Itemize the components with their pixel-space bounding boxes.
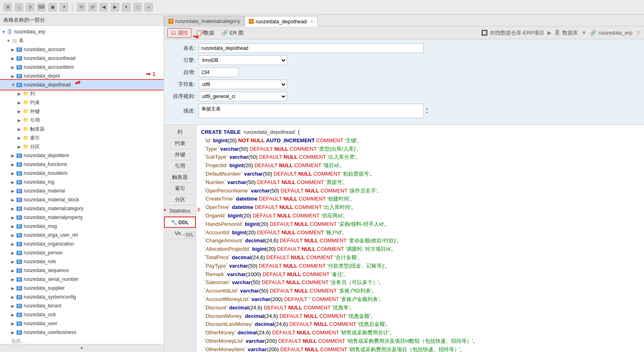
tree-label-functions: ruozedata_functions [24, 162, 67, 167]
annotation-3: ➡ [164, 207, 166, 213]
table-icon-functions: 田 [16, 162, 23, 167]
tree-item-userbusiness[interactable]: ▶ 田 ruozedata_userbusiness [0, 328, 164, 337]
tree-item-msg[interactable]: ▶ 田 ruozedata_msg [0, 222, 164, 231]
tree-item-depotitem[interactable]: ▶ 田 ruozedata_depotitem [0, 151, 164, 160]
side-nav-refs[interactable]: 引用 [164, 160, 196, 172]
tree-item-material[interactable]: ▶ 田 ruozedata_material [0, 186, 164, 195]
arrow-user: ▶ [11, 321, 16, 326]
scroll-down-arrow[interactable]: ▼ [425, 111, 429, 115]
table-icon-unit: 田 [16, 312, 23, 317]
arrow-material-stock: ▶ [11, 198, 16, 202]
tree-item-functions[interactable]: ▶ 田 ruozedata_functions [0, 160, 164, 169]
arrow-accountitem: ▶ [11, 65, 16, 70]
prop-select-charset[interactable]: utf8 [199, 80, 287, 89]
toolbar-icon-7[interactable]: ⟳ [77, 3, 86, 12]
prop-input-table[interactable] [199, 43, 424, 53]
folder-icon-fkeys: 📁 [23, 108, 29, 114]
tables-icon: ▤ [11, 38, 18, 43]
tree-item-serial-number[interactable]: ▶ 田 ruozedata_serial_number [0, 275, 164, 284]
toolbar-icon-9[interactable]: ◀ [99, 3, 108, 12]
tree-item-supplier[interactable]: ▶ 田 ruozedata_supplier [0, 284, 164, 293]
tree-item-depothead[interactable]: ▼ 田 ruozedata_depothead [0, 80, 164, 89]
sidebar-scroll-down[interactable]: ▼ [0, 344, 164, 352]
tree-item-erp[interactable]: ▼ 🗄 ruozedata_erp [0, 27, 164, 36]
tree-item-partitions[interactable]: ▶ 📁 分区 [0, 142, 164, 151]
tree-item-inoutitem[interactable]: ▶ 田 ruozedata_inoutitem [0, 169, 164, 178]
toolbar-icon-11[interactable]: ▾ [122, 3, 131, 12]
tree-item-material-stock[interactable]: ▶ 田 ruozedata_material_stock [0, 195, 164, 204]
tree-item-unit[interactable]: ▶ 田 ruozedata_unit [0, 310, 164, 319]
tree-item-accounthead[interactable]: ▶ 田 ruozedata_accounthead [0, 54, 164, 63]
tree-item-user[interactable]: ▶ 田 ruozedata_user [0, 319, 164, 328]
side-nav-fkeys[interactable]: 外键 [164, 149, 196, 160]
side-nav-statistics[interactable]: Statistics ➡ 3 [164, 205, 196, 217]
arrow-triggers: ▶ [18, 127, 23, 131]
tree-item-materialcategory[interactable]: ▶ 田 ruozedata_materialcategory [0, 204, 164, 213]
scroll-up-arrow[interactable]: ▲ [425, 107, 429, 111]
tree-item-log[interactable]: ▶ 田 ruozedata_log [0, 178, 164, 186]
arrow-material: ▶ [11, 189, 16, 193]
toolbar-icon-2[interactable]: ☺ [14, 3, 23, 12]
arrow-sequence: ▶ [11, 268, 16, 273]
prop-textarea-desc[interactable]: 单据主表 [199, 104, 424, 118]
tree-item-tables[interactable]: ▼ ▤ 表 [0, 36, 164, 45]
tab-bar: 田 ruozedata_materialcategory 田 ruozedata… [164, 14, 644, 27]
tree-item-indexes[interactable]: ▶ 📁 索引 [0, 133, 164, 142]
table-icon-serial-number: 田 [16, 276, 23, 282]
toolbar-icon-1[interactable]: ⊞ [3, 3, 12, 12]
tree-item-fkeys[interactable]: ▶ 📁 外键 [0, 107, 164, 116]
tree-item-materialproperty[interactable]: ▶ 田 ruozedata_materialproperty [0, 213, 164, 222]
side-nav-cols[interactable]: 列 [164, 127, 196, 138]
tree-item-constraints[interactable]: ▶ 📁 约束 [0, 98, 164, 107]
btn-data[interactable]: 📋 数据 [193, 28, 217, 38]
btn-er[interactable]: 🔗 ER 图 [218, 28, 247, 38]
toolbar-icon-8[interactable]: ⇄ [88, 3, 97, 12]
btn-properties[interactable]: 🗂 属性 [167, 28, 192, 38]
tree-item-systemconfig[interactable]: ▶ 田 ruozedata_systemconfig [0, 293, 164, 301]
side-nav-ddl[interactable]: 🔧 DDL [164, 217, 196, 228]
tree-item-accountitem[interactable]: ▶ 田 ruozedata_accountitem [0, 63, 164, 72]
tree-item-account[interactable]: ▶ 田 ruozedata_account [0, 45, 164, 54]
prop-row-charset: 字符集: utf8 [170, 80, 638, 89]
toolbar-icon-13[interactable]: × [144, 3, 153, 12]
tree-item-cols[interactable]: ▶ 📁 列 [0, 89, 164, 98]
tree-item-refs[interactable]: ▶ 📁 引用 [0, 116, 164, 125]
breadcrumb-icon3: 🔗 [590, 30, 596, 36]
toolbar-icon-3[interactable]: 🎙 [26, 3, 35, 12]
tree-item-depot[interactable]: ▶ 田 ruozedata_depot ➡ 1 [0, 72, 164, 80]
tree-item-views-hint[interactable]: 视图... [0, 337, 164, 344]
toolbar-icon-5[interactable]: ▣ [48, 3, 57, 12]
toolbar-icon-12[interactable]: □ [133, 3, 142, 12]
side-nav-vir[interactable]: Vir... DDL [164, 228, 196, 239]
tree-item-orga-user-rel[interactable]: ▶ 田 ruozedata_orga_user_rel [0, 231, 164, 239]
prop-input-autoinc[interactable] [199, 68, 239, 77]
table-icon-inoutitem: 田 [16, 170, 23, 176]
side-nav-indexes[interactable]: 索引 [164, 183, 196, 194]
tree-item-person[interactable]: ▶ 田 ruozedata_person [0, 248, 164, 257]
tree-item-role[interactable]: ▶ 田 ruozedata_role [0, 257, 164, 266]
tab-depothead[interactable]: 田 ruozedata_depothead × [244, 16, 318, 27]
tree-label-systemconfig: ruozedata_systemconfig [24, 294, 76, 300]
sidebar: 表格名称的一部分 ▼ 🗄 ruozedata_erp ▼ ▤ 表 ▶ [0, 14, 164, 352]
sidebar-header: 表格名称的一部分 [0, 14, 164, 26]
toolbar-icon-10[interactable]: ▶ [111, 3, 119, 12]
ddl-icon: 🔧 [171, 219, 177, 225]
prop-select-collation[interactable]: utf8_general_ci [199, 92, 287, 101]
prop-select-engine[interactable]: InnoDB [199, 55, 287, 65]
tab-materialcategory[interactable]: 田 ruozedata_materialcategory [164, 16, 244, 26]
arrow-role: ▶ [11, 260, 16, 264]
tree-item-organization[interactable]: ▶ 田 ruozedata_organization [0, 239, 164, 248]
toolbar-icon-6[interactable]: ✦ [59, 3, 68, 12]
toolbar-icon-4[interactable]: ⌨ [37, 3, 46, 12]
tab-close-depothead[interactable]: × [310, 18, 314, 25]
side-nav-constraints-label: 约束 [175, 140, 185, 147]
breadcrumb-sep1: ▶ [548, 30, 552, 36]
side-nav-constraints[interactable]: 约束 [164, 138, 196, 149]
tree-item-tenant[interactable]: ▶ 田 ruozedata_tenant [0, 301, 164, 310]
tree-item-triggers[interactable]: ▶ 📁 触发器 [0, 125, 164, 133]
ddl-panel[interactable]: CREATE TABLE `ruozedata_depothead` ( `Id… [196, 125, 644, 352]
tree-item-sequence[interactable]: ▶ 田 ruozedata_sequence [0, 266, 164, 275]
side-nav-partitions[interactable]: 分区 [164, 194, 196, 205]
annotation-arrow-1: ➡ 1 [146, 71, 156, 77]
side-nav-triggers[interactable]: 触发器 [164, 172, 196, 183]
